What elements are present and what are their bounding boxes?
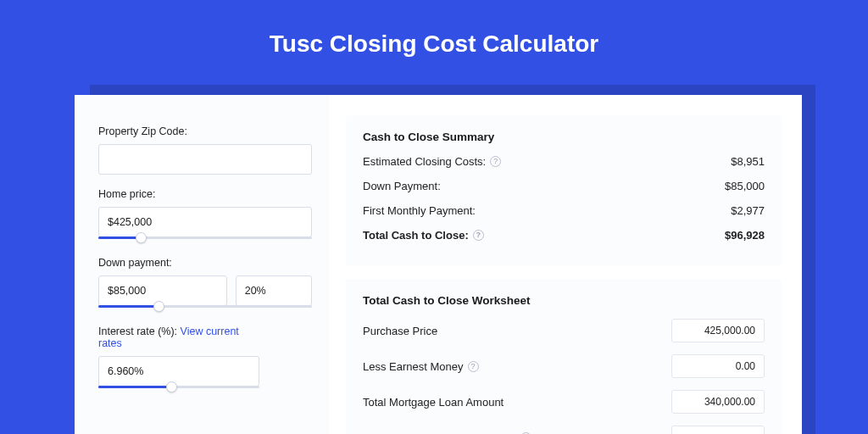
summary-row-value: $8,951	[731, 155, 765, 168]
worksheet-row: Total Mortgage Loan Amount	[363, 390, 765, 414]
interest-rate-input[interactable]	[98, 356, 259, 387]
worksheet-row-label: Less Earnest Money?	[363, 360, 479, 373]
summary-row-value: $96,928	[725, 229, 765, 242]
home-price-input[interactable]	[98, 207, 312, 237]
home-price-label: Home price:	[98, 188, 312, 200]
worksheet-row-label: Purchase Price	[363, 325, 437, 337]
interest-rate-label: Interest rate (%): View current rates	[98, 326, 259, 349]
summary-column: Cash to Close Summary Estimated Closing …	[329, 95, 802, 434]
interest-rate-slider[interactable]	[98, 386, 259, 392]
zip-input[interactable]	[98, 144, 312, 175]
inputs-column: Property Zip Code: Home price: Down paym…	[75, 95, 329, 434]
interest-rate-slider-thumb[interactable]	[166, 381, 177, 392]
summary-row-label: First Monthly Payment:	[363, 204, 476, 217]
calculator-card: Property Zip Code: Home price: Down paym…	[75, 95, 802, 434]
home-price-slider[interactable]	[98, 236, 312, 243]
summary-row-label: Estimated Closing Costs:?	[363, 155, 501, 168]
worksheet-title: Total Cash to Close Worksheet	[363, 294, 765, 307]
home-price-slider-thumb[interactable]	[136, 232, 147, 243]
summary-row: Total Cash to Close:?$96,928	[363, 229, 765, 242]
summary-row-value: $85,000	[725, 180, 765, 192]
worksheet-row-label: Total Mortgage Loan Amount	[363, 396, 504, 409]
worksheet-value-input[interactable]	[671, 390, 765, 414]
summary-row: Down Payment:$85,000	[363, 180, 765, 192]
down-payment-input[interactable]	[98, 275, 227, 306]
page-title: Tusc Closing Cost Calculator	[0, 0, 868, 83]
help-icon[interactable]: ?	[473, 230, 484, 241]
worksheet-row: Purchase Price	[363, 319, 765, 342]
cash-to-close-summary-panel: Cash to Close Summary Estimated Closing …	[346, 115, 782, 265]
worksheet-row: Less Earnest Money?	[363, 354, 765, 378]
down-payment-pct-input[interactable]	[236, 275, 312, 306]
summary-row-label: Down Payment:	[363, 180, 441, 192]
down-payment-label: Down payment:	[98, 257, 312, 269]
summary-row-label: Total Cash to Close:?	[363, 229, 484, 242]
worksheet-panel: Total Cash to Close Worksheet Purchase P…	[346, 279, 782, 434]
worksheet-row: Total Second Mortgage Amount?	[363, 426, 765, 434]
summary-row-value: $2,977	[731, 204, 765, 217]
worksheet-value-input[interactable]	[671, 354, 765, 378]
summary-row: Estimated Closing Costs:?$8,951	[363, 155, 765, 168]
zip-group: Property Zip Code:	[98, 125, 312, 175]
down-payment-slider-thumb[interactable]	[153, 301, 164, 312]
summary-title: Cash to Close Summary	[363, 131, 765, 143]
worksheet-value-input[interactable]	[671, 426, 765, 434]
interest-rate-label-text: Interest rate (%):	[98, 326, 181, 337]
help-icon[interactable]: ?	[490, 156, 501, 167]
worksheet-row-label: Total Second Mortgage Amount?	[363, 431, 531, 435]
worksheet-value-input[interactable]	[671, 319, 765, 342]
help-icon[interactable]: ?	[468, 361, 479, 372]
down-payment-group: Down payment:	[98, 257, 312, 312]
home-price-group: Home price:	[98, 188, 312, 243]
summary-row: First Monthly Payment:$2,977	[363, 204, 765, 217]
down-payment-slider[interactable]	[98, 305, 312, 312]
zip-label: Property Zip Code:	[98, 125, 312, 137]
interest-rate-group: Interest rate (%): View current rates	[98, 326, 259, 392]
